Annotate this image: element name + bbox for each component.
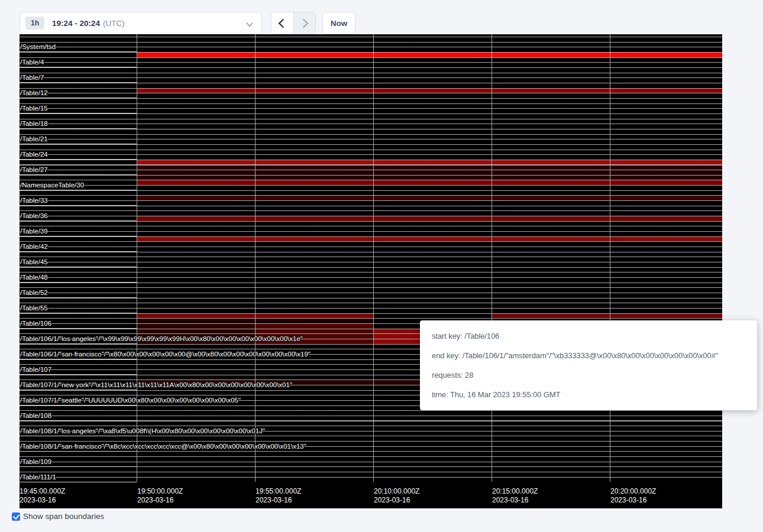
span-label-row: /Table/109 [20, 452, 137, 467]
heatmap-band[interactable] [137, 216, 722, 221]
span-label-row: /Table/108 [20, 406, 137, 421]
time-axis-tick: 20:15:00.000Z2023-03-16 [492, 487, 538, 505]
cell-tooltip: start key: /Table/106 end key: /Table/10… [420, 320, 757, 410]
span-label-row: /Table/18 [20, 113, 137, 129]
key-visualizer-page: 1h 19:24 - 20:24 (UTC) Now /System/tsd/T… [0, 0, 763, 532]
time-range-select[interactable]: 1h 19:24 - 20:24 (UTC) [20, 12, 262, 34]
span-label: /Table/33 [20, 197, 48, 205]
time-range-duration-badge: 1h [25, 17, 44, 30]
span-label: /Table/106 [20, 320, 51, 328]
span-label-row: /Table/12 [20, 83, 137, 98]
time-range-text: 19:24 - 20:24 [52, 19, 100, 28]
tick-time: 19:55:00.000Z [256, 487, 301, 496]
heatmap-band[interactable] [137, 236, 722, 242]
span-label-pane: /System/tsd/Table/4/Table/7/Table/12/Tab… [20, 34, 137, 482]
tick-time: 19:50:00.000Z [137, 487, 183, 496]
prev-range-button[interactable] [271, 12, 293, 34]
footer-controls: Show span boundaries [12, 512, 104, 521]
span-label-row: /NamespaceTable/30 [20, 175, 137, 190]
tick-date: 2023-03-16 [137, 496, 183, 505]
span-label: /Table/106/1/"los angeles"/"\x99\x99\x99… [20, 335, 303, 343]
span-label: /Table/109 [20, 458, 51, 466]
tick-time: 20:20:00.000Z [610, 487, 656, 496]
tick-date: 2023-03-16 [492, 496, 538, 505]
tooltip-time: time: Thu, 16 Mar 2023 19:55:00 GMT [432, 389, 745, 401]
heatmap-band[interactable] [492, 313, 722, 319]
span-label-row: /Table/106/1/"san francisco"/"\x80\x00\x… [20, 344, 137, 359]
time-gridline [492, 34, 492, 482]
span-label-row: /Table/21 [20, 129, 137, 144]
span-label-row: /Table/33 [20, 190, 137, 206]
span-label: /Table/39 [20, 228, 48, 236]
span-label: /Table/107/1/"seattle"/"UUUUUUD\x00\x80\… [20, 397, 241, 405]
span-label: /Table/15 [20, 105, 48, 113]
span-label-row: /Table/106/1/"los angeles"/"\x99\x99\x99… [20, 329, 137, 344]
tick-date: 2023-03-16 [256, 496, 301, 505]
tick-date: 2023-03-16 [20, 496, 65, 505]
heatmap-band[interactable] [137, 180, 722, 185]
span-label-row: /Table/4 [20, 52, 137, 67]
span-label-row: /Table/48 [20, 267, 137, 283]
heatmap-band[interactable] [137, 88, 722, 93]
span-label: /Table/42 [20, 243, 48, 251]
tick-time: 19:45:00.000Z [20, 487, 65, 496]
time-axis-tick: 19:50:00.000Z2023-03-16 [137, 487, 183, 505]
time-gridline [255, 34, 256, 482]
heatmap-band[interactable] [137, 52, 722, 57]
tick-date: 2023-03-16 [374, 496, 419, 505]
tooltip-start-key: start key: /Table/106 [432, 330, 745, 342]
heatmap-band[interactable] [137, 195, 722, 200]
span-label-row: /Table/39 [20, 221, 137, 236]
key-visualizer-canvas[interactable]: /System/tsd/Table/4/Table/7/Table/12/Tab… [20, 34, 722, 508]
span-label-row: /Table/24 [20, 144, 137, 160]
tick-date: 2023-03-16 [610, 496, 656, 505]
time-gridline [373, 34, 374, 482]
span-label-row: /Table/42 [20, 236, 137, 252]
show-span-boundaries-label: Show span boundaries [23, 512, 104, 521]
next-range-button[interactable] [293, 12, 316, 34]
span-label: /Table/55 [20, 304, 48, 313]
span-label-row: /Table/36 [20, 206, 137, 221]
time-toolbar: 1h 19:24 - 20:24 (UTC) Now [0, 0, 763, 34]
span-label: /Table/7 [20, 74, 44, 82]
span-label-row: /Table/111/1 [20, 467, 137, 482]
time-axis-tick: 20:20:00.000Z2023-03-16 [610, 487, 656, 505]
span-label: /Table/108/1/"los angeles"/"\xa8\xf5\u00… [20, 427, 265, 436]
span-label-row: /System/tsd [20, 37, 137, 52]
span-label: /Table/24 [20, 151, 48, 159]
span-label-row: /Table/45 [20, 252, 137, 267]
span-label-row: /Table/108/1/"san francisco"/"\x8c\xcc\x… [20, 436, 137, 452]
tooltip-requests: requests: 28 [432, 369, 745, 381]
tick-time: 20:10:00.000Z [374, 487, 419, 496]
show-span-boundaries-checkbox[interactable] [12, 512, 20, 521]
heatmap-band[interactable] [137, 160, 722, 165]
span-label-row: /Table/52 [20, 283, 137, 298]
span-label-row: /Table/106 [20, 313, 137, 329]
chevron-left-icon [279, 18, 288, 28]
span-label: /Table/48 [20, 274, 48, 282]
heatmap-band[interactable] [137, 165, 722, 180]
span-label: /Table/18 [20, 120, 48, 128]
time-range-zone: (UTC) [103, 19, 125, 28]
span-label-row: /Table/107/1/"new york"/"\x11\x11\x11\x1… [20, 375, 137, 390]
span-label: /Table/45 [20, 258, 48, 267]
span-label-row: /Table/55 [20, 298, 137, 313]
now-button[interactable]: Now [322, 12, 355, 34]
span-label: /Table/106/1/"san francisco"/"\x80\x00\x… [20, 351, 311, 359]
span-label: /Table/111/1 [20, 473, 56, 482]
span-label: /Table/27 [20, 166, 48, 174]
span-label-row: /Table/15 [20, 98, 137, 113]
span-label: /Table/12 [20, 89, 48, 98]
time-nav-group [271, 12, 316, 34]
span-label: /NamespaceTable/30 [20, 181, 84, 190]
time-axis-tick: 19:45:00.000Z2023-03-16 [20, 487, 65, 505]
span-label: /Table/21 [20, 135, 48, 144]
span-label: /Table/36 [20, 212, 48, 220]
span-label-row: /Table/27 [20, 160, 137, 175]
time-axis-tick: 20:10:00.000Z2023-03-16 [374, 487, 419, 505]
chevron-right-icon [299, 18, 308, 28]
span-label: /Table/52 [20, 289, 48, 297]
time-gridline [610, 34, 610, 482]
span-label: /Table/4 [20, 59, 44, 67]
chevron-down-icon [246, 20, 253, 26]
